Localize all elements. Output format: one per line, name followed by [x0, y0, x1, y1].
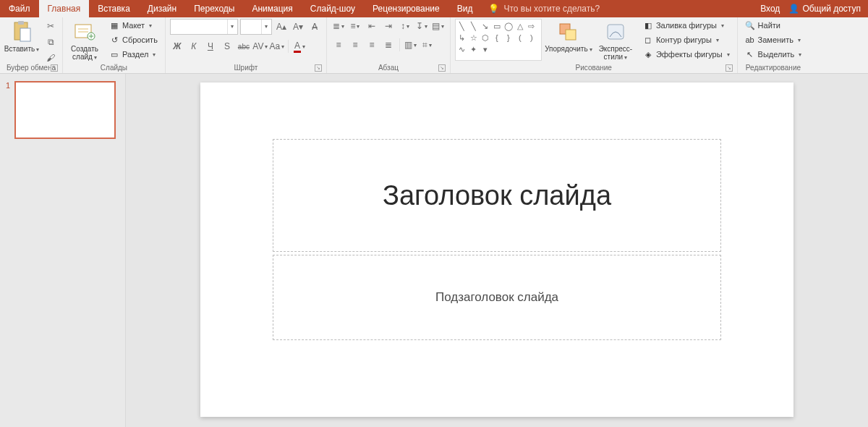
shape-effects-button[interactable]: ◈Эффекты фигуры▾ [640, 48, 733, 61]
shape-paren-l-icon[interactable]: ( [515, 33, 525, 43]
numbering-button[interactable]: ≡▾ [348, 19, 362, 33]
group-font-label: Шрифт [234, 64, 258, 72]
bold-button[interactable]: Ж [170, 39, 184, 54]
decrease-indent-button[interactable]: ⇤ [365, 19, 379, 33]
slide-thumbnails-pane[interactable]: 1 [0, 74, 126, 427]
shape-oval-icon[interactable]: ◯ [503, 21, 514, 31]
arrange-button[interactable]: Упорядочить▾ [546, 19, 591, 62]
decrease-font-button[interactable]: A▾ [291, 20, 305, 34]
align-right-button[interactable]: ≡ [365, 38, 379, 52]
shape-paren-r-icon[interactable]: ) [527, 33, 537, 43]
thumbnail-item[interactable]: 1 [6, 81, 119, 139]
format-painter-button[interactable]: 🖌 [43, 51, 58, 65]
group-paragraph-label: Абзац [378, 64, 399, 72]
font-name-combo[interactable]: ▾ [170, 19, 238, 35]
tab-slideshow[interactable]: Слайд-шоу [302, 0, 364, 17]
line-spacing-button[interactable]: ↕▾ [398, 19, 412, 33]
reset-button[interactable]: ↺Сбросить [106, 33, 161, 46]
font-size-dropdown[interactable]: ▾ [261, 20, 271, 34]
share-button[interactable]: 👤Общий доступ [788, 4, 861, 14]
clipboard-dialog-launcher[interactable]: ↘ [51, 64, 58, 72]
shape-fill-button[interactable]: ◧Заливка фигуры▾ [640, 19, 733, 32]
shape-callout-icon[interactable]: ✦ [469, 44, 479, 54]
tab-transitions[interactable]: Переходы [185, 0, 243, 17]
select-button[interactable]: ↖Выделить▾ [742, 48, 805, 61]
strikethrough-button[interactable]: abc [237, 39, 251, 54]
tab-file[interactable]: Файл [0, 0, 39, 17]
work-area: 1 Заголовок слайда Подзаголовок слайда [0, 74, 868, 427]
italic-button[interactable]: К [187, 39, 201, 54]
font-size-combo[interactable]: ▾ [240, 19, 272, 35]
shape-brace-r-icon[interactable]: } [503, 33, 514, 43]
font-name-dropdown[interactable]: ▾ [227, 20, 237, 34]
convert-smartart-button[interactable]: ⌗▾ [420, 38, 435, 52]
shape-line2-icon[interactable]: ╲ [469, 21, 479, 31]
shape-tri-icon[interactable]: △ [515, 21, 525, 31]
text-direction-button[interactable]: ↧▾ [414, 19, 429, 33]
align-text-button[interactable]: ▤▾ [431, 19, 446, 33]
tab-view[interactable]: Вид [448, 0, 482, 17]
shape-arrow-icon[interactable]: ↘ [480, 21, 490, 31]
underline-button[interactable]: Ч [203, 39, 218, 54]
shape-arrowr-icon[interactable]: ⇨ [527, 21, 537, 31]
thumbnail-preview[interactable] [14, 81, 116, 139]
quick-styles-icon [604, 20, 627, 43]
group-slides: Создать слайд▾ ▦Макет▾ ↺Сбросить ▭Раздел… [63, 17, 166, 73]
replace-button[interactable]: abЗаменить▾ [742, 33, 805, 46]
find-button[interactable]: 🔍Найти [742, 19, 805, 32]
quick-styles-button[interactable]: Экспресс-стили▾ [595, 19, 636, 62]
svg-rect-10 [566, 30, 576, 40]
shape-curve-icon[interactable]: ∿ [457, 44, 467, 54]
slide[interactable]: Заголовок слайда Подзаголовок слайда [200, 83, 793, 417]
shape-line-icon[interactable]: ╲ [457, 21, 467, 31]
shape-conn-icon[interactable]: ↳ [457, 33, 467, 43]
change-case-button[interactable]: Aa▾ [270, 39, 284, 54]
shape-outline-button[interactable]: ◻Контур фигуры▾ [640, 33, 733, 46]
justify-button[interactable]: ≣ [381, 38, 396, 52]
ribbon: Вставить▾ ✂ ⧉ 🖌 Буфер обмена↘ Создать сл… [0, 17, 868, 74]
shape-brace-l-icon[interactable]: { [492, 33, 502, 43]
paragraph-dialog-launcher[interactable]: ↘ [438, 64, 446, 72]
paste-button[interactable]: Вставить▾ [4, 19, 39, 62]
font-color-button[interactable]: A▾ [292, 39, 307, 54]
shape-hex-icon[interactable]: ⬡ [480, 33, 490, 43]
group-drawing: ╲ ╲ ↘ ▭ ◯ △ ⇨ ↳ ☆ ⬡ { } ( ) ∿ ✦ ▾ [451, 17, 738, 73]
shape-star-icon[interactable]: ☆ [469, 33, 479, 43]
copy-button[interactable]: ⧉ [43, 35, 58, 49]
cut-button[interactable]: ✂ [43, 19, 58, 33]
drawing-dialog-launcher[interactable]: ↘ [726, 64, 733, 72]
bullets-button[interactable]: ≣▾ [331, 19, 346, 33]
subtitle-placeholder[interactable]: Подзаголовок слайда [273, 255, 721, 340]
slide-canvas-area[interactable]: Заголовок слайда Подзаголовок слайда [126, 74, 868, 427]
new-slide-button[interactable]: Создать слайд▾ [67, 19, 102, 62]
lightbulb-icon: 💡 [488, 4, 499, 14]
font-size-input[interactable] [241, 20, 261, 34]
increase-indent-button[interactable]: ⇥ [381, 19, 396, 33]
tab-design[interactable]: Дизайн [139, 0, 185, 17]
align-left-button[interactable]: ≡ [331, 38, 346, 52]
tab-home[interactable]: Главная [39, 0, 90, 17]
group-font: ▾ ▾ A▴ A▾ A̶ Ж К Ч S abc AV▾ Aa▾ A▾ [166, 17, 327, 73]
section-button[interactable]: ▭Раздел▾ [106, 48, 161, 61]
char-spacing-button[interactable]: AV▾ [253, 39, 268, 54]
clear-formatting-button[interactable]: A̶ [307, 20, 322, 34]
sign-in-link[interactable]: Вход [760, 4, 780, 14]
shape-more-icon[interactable]: ▾ [480, 44, 490, 54]
tab-animations[interactable]: Анимация [243, 0, 301, 17]
columns-button[interactable]: ▥▾ [404, 38, 418, 52]
tab-insert[interactable]: Вставка [89, 0, 139, 17]
tab-review[interactable]: Рецензирование [364, 0, 448, 17]
align-center-button[interactable]: ≡ [348, 38, 362, 52]
increase-font-button[interactable]: A▴ [274, 20, 289, 34]
svg-rect-1 [18, 21, 24, 25]
share-icon: 👤 [788, 4, 799, 14]
title-placeholder[interactable]: Заголовок слайда [273, 139, 721, 252]
font-name-input[interactable] [171, 20, 227, 34]
tell-me-search[interactable]: 💡 Что вы хотите сделать? [481, 0, 607, 17]
shape-rect-icon[interactable]: ▭ [492, 21, 502, 31]
find-icon: 🔍 [745, 20, 755, 30]
layout-button[interactable]: ▦Макет▾ [106, 19, 161, 32]
font-dialog-launcher[interactable]: ↘ [315, 64, 322, 72]
text-shadow-button[interactable]: S [220, 39, 234, 54]
shapes-gallery[interactable]: ╲ ╲ ↘ ▭ ◯ △ ⇨ ↳ ☆ ⬡ { } ( ) ∿ ✦ ▾ [455, 19, 542, 61]
